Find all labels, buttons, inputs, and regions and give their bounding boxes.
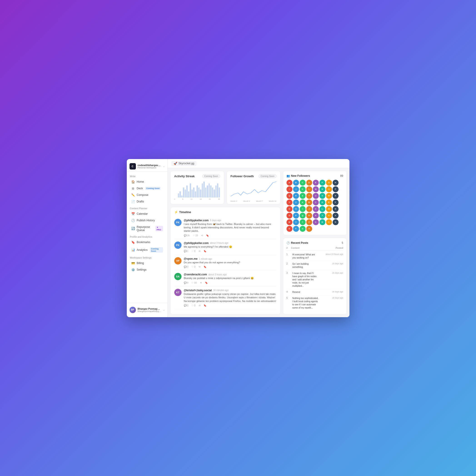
tab-skyrocket[interactable]: 🚀 Skyrocket.gg	[171, 161, 197, 166]
follower-avatar: Z	[293, 200, 299, 205]
follower-avatar: J	[293, 186, 299, 192]
user-profile[interactable]: BP Bhargav Ponnapalli ... bhargavponnapa…	[127, 305, 168, 315]
repost-action[interactable]: ⟲	[201, 234, 203, 237]
deck-badge: Coming Soon	[145, 187, 161, 190]
sidebar-item-analytics[interactable]: 📊 Analytics Coming Soon	[128, 246, 166, 254]
follower-avatar: V	[320, 193, 325, 199]
sidebar-item-repurpose[interactable]: 🔄 Repurpose Queue ✦ PRO	[128, 224, 166, 233]
bookmark-action[interactable]: 🔖	[204, 250, 206, 253]
bar-item	[178, 193, 179, 197]
post-author-row: @vpon.me 1 minute ago	[184, 257, 276, 260]
comment-action[interactable]: 💬 6	[184, 282, 188, 284]
top-bar: 🚀 Skyrocket.gg	[168, 159, 349, 168]
sidebar: C codewithbhargav.b... Personal Workspac…	[127, 159, 168, 317]
sidebar-item-drafts[interactable]: 📄 Drafts	[128, 199, 166, 205]
follower-avatar: G	[300, 226, 306, 232]
sidebar-item-compose[interactable]: ✏️ Compose	[128, 192, 166, 198]
recent-post-row: 2 So I am building something. 15 days ag…	[287, 261, 343, 270]
timeline-post: VP @vpon.me 1 minute ago Do you agree th…	[174, 255, 276, 271]
comment-action[interactable]: 💬 0	[184, 304, 188, 307]
like-action[interactable]: ♡ 0	[191, 304, 195, 307]
post-content: @senderacki.com about 3 hours ago Bluesk…	[184, 273, 276, 284]
new-followers-card: 👥 New Followers 89 ABCDEFGHIJKLMNOPQRSTU…	[283, 171, 347, 235]
bar-item	[217, 183, 218, 197]
deck-icon: ⊞	[131, 187, 135, 190]
workspace-name: codewithbhargav.b...	[138, 164, 161, 167]
billing-icon: 💳	[131, 261, 135, 265]
sidebar-item-repurpose-label: Repurpose Queue	[137, 225, 153, 232]
timeline-panel: ⚡ Timeline PK @philippkeller.com 6 days …	[170, 207, 280, 314]
sidebar-item-settings[interactable]: ⚙️ Settings	[128, 267, 166, 273]
timeline-post: PK @philippkeller.com 6 days ago I see m…	[174, 217, 276, 239]
bar-item	[207, 186, 208, 197]
follower-avatar: X	[333, 193, 339, 199]
follower-avatar: C	[300, 180, 306, 186]
recent-post-row: 4 Resend 16 days ago	[287, 289, 343, 295]
content-section-label: Content Planner	[127, 205, 168, 211]
follower-avatar: K	[313, 206, 319, 212]
comment-action[interactable]: 💬 1	[184, 250, 188, 253]
follower-avatar: I	[287, 186, 292, 192]
repost-action[interactable]: ⟲	[199, 250, 200, 253]
sidebar-item-billing[interactable]: 💳 Billing	[128, 260, 166, 266]
bar-item	[185, 189, 186, 197]
comment-action[interactable]: 💬 0	[184, 266, 188, 268]
like-action[interactable]: ♡ 0	[191, 266, 195, 268]
bar-item	[212, 187, 213, 197]
follower-avatar: T	[320, 213, 325, 219]
rpt-num: 4	[287, 290, 291, 293]
bookmark-action[interactable]: 🔖	[205, 282, 208, 284]
like-action[interactable]: ♡ 23	[193, 234, 198, 237]
rpt-posted: about 23 hours ago	[321, 253, 343, 255]
repost-action[interactable]: ⟲	[199, 266, 200, 268]
post-avatar: PK	[174, 219, 182, 226]
activity-streak-header: Activity Streak Coming Soon	[174, 174, 220, 178]
sidebar-item-publish-history[interactable]: 🕐 Publish History	[128, 218, 166, 223]
post-text: Bluesky sie poddali u mnie z odpisywanie…	[184, 276, 276, 280]
bookmark-action[interactable]: 🔖	[206, 234, 209, 237]
follower-avatar: L	[320, 206, 325, 212]
drafts-icon: 📄	[131, 200, 135, 203]
post-text: Me agreeing to everything? I'm offended …	[184, 245, 276, 249]
post-author: @vpon.me	[184, 257, 198, 260]
bookmark-action[interactable]: 🔖	[204, 304, 206, 307]
bar-item	[205, 187, 206, 197]
post-content: @philippkeller.com about 3 hours ago Me …	[184, 241, 276, 253]
post-author-row: @senderacki.com about 3 hours ago	[184, 273, 276, 276]
repost-action[interactable]: ⟲	[200, 282, 202, 284]
analytics-icon: 📊	[131, 248, 135, 252]
comment-action[interactable]: 💬 26	[184, 234, 190, 237]
sidebar-item-deck-label: Deck	[137, 187, 143, 190]
post-time: about 3 hours ago	[208, 273, 227, 276]
analytics-badge: Coming Soon	[150, 247, 163, 253]
sidebar-item-settings-label: Settings	[137, 268, 147, 271]
sidebar-item-billing-label: Billing	[137, 261, 144, 265]
bar-item	[202, 183, 203, 197]
follower-avatar: F	[333, 200, 339, 205]
timeline-post: SA @senderacki.com about 3 hours ago Blu…	[174, 271, 276, 286]
sidebar-item-home[interactable]: 🏠 Home	[128, 179, 166, 185]
sidebar-item-bookmarks[interactable]: 🔖 Bookmarks	[128, 239, 166, 245]
recent-post-row: 3 I mean to say, that if I have graph of…	[287, 270, 343, 289]
workspace-selector[interactable]: C codewithbhargav.b... Personal Workspac…	[127, 161, 168, 171]
like-action[interactable]: ♡ 16	[191, 282, 197, 284]
follower-avatar: U	[326, 213, 332, 219]
follower-avatar: T	[306, 193, 312, 199]
like-action[interactable]: ♡ 0	[191, 250, 195, 253]
sidebar-item-publish-history-label: Publish History	[137, 219, 155, 222]
workspace-icon: C	[130, 163, 136, 170]
follower-avatar: E	[313, 180, 319, 186]
bookmark-action[interactable]: 🔖	[204, 266, 206, 268]
sidebar-item-deck[interactable]: ⊞ Deck Coming Soon	[128, 186, 166, 191]
post-author: @philippkeller.com	[184, 219, 209, 222]
new-followers-header: 👥 New Followers 89	[287, 174, 343, 177]
repost-action[interactable]: ⟲	[199, 304, 200, 307]
profile-section-label: Profile and Analytics	[127, 233, 168, 239]
post-avatar: SA	[174, 273, 182, 280]
recent-post-row: 1 Hi everyone! What are you working on? …	[287, 252, 343, 261]
activity-streak-badge: Coming Soon	[202, 174, 220, 178]
follower-avatar: D	[306, 180, 312, 186]
follower-avatar: M	[313, 186, 319, 192]
sidebar-item-calendar[interactable]: 📅 Calendar	[128, 211, 166, 217]
follower-avatar: Q	[287, 193, 292, 199]
